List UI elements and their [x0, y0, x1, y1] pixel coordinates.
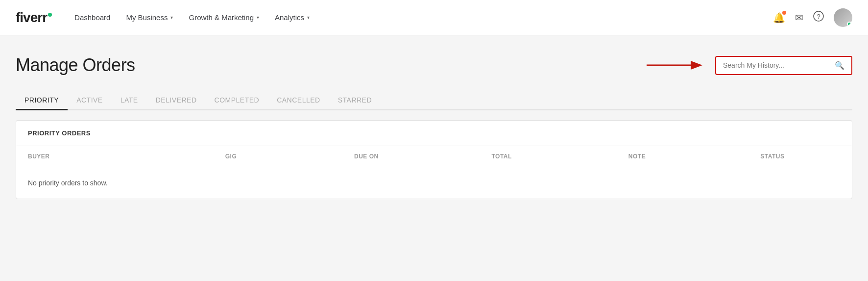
chevron-down-icon: ▾ [170, 15, 173, 20]
col-gig: GIG [163, 153, 298, 160]
table-header: BUYER GIG DUE ON TOTAL NOTE STATUS [16, 146, 852, 167]
chevron-down-icon: ▾ [307, 15, 310, 20]
messages-icon[interactable]: ✉ [795, 12, 803, 24]
avatar[interactable] [834, 8, 852, 27]
avatar-online-indicator [847, 22, 852, 26]
col-total: TOTAL [434, 153, 569, 160]
notification-dot [782, 11, 786, 15]
nav-my-business-label: My Business [126, 13, 168, 22]
help-icon[interactable]: ? [813, 11, 824, 24]
tabs: PRIORITY ACTIVE LATE DELIVERED COMPLETED… [16, 91, 852, 110]
notification-bell-icon[interactable]: 🔔 [773, 12, 785, 24]
search-icon: 🔍 [835, 61, 844, 70]
nav-my-business[interactable]: My Business ▾ [119, 9, 180, 26]
arrow-icon [647, 55, 705, 75]
logo[interactable]: fiverr [16, 10, 52, 26]
nav-dashboard-label: Dashboard [74, 13, 110, 22]
col-note: NOTE [569, 153, 704, 160]
chevron-down-icon: ▾ [257, 15, 259, 20]
tab-active[interactable]: ACTIVE [68, 91, 112, 110]
empty-message: No priority orders to show. [16, 167, 852, 199]
logo-dot [48, 13, 52, 17]
main-content: Manage Orders 🔍 PRIORIT [0, 35, 868, 215]
nav-analytics-label: Analytics [275, 13, 304, 22]
priority-orders-title: PRIORITY ORDERS [16, 121, 852, 146]
tab-completed[interactable]: COMPLETED [206, 91, 268, 110]
navbar: fiverr Dashboard My Business ▾ Growth & … [0, 0, 868, 35]
col-buyer: BUYER [28, 153, 163, 160]
nav-items: Dashboard My Business ▾ Growth & Marketi… [68, 9, 757, 26]
col-status: STATUS [705, 153, 840, 160]
tab-starred[interactable]: STARRED [329, 91, 381, 110]
nav-dashboard[interactable]: Dashboard [68, 9, 117, 26]
search-area: 🔍 [647, 55, 852, 75]
svg-text:?: ? [817, 13, 820, 20]
logo-text: fiverr [16, 10, 47, 26]
page-header: Manage Orders 🔍 [16, 55, 852, 76]
nav-right: 🔔 ✉ ? [773, 8, 852, 27]
search-box-wrapper: 🔍 [715, 56, 852, 75]
arrow-annotation [647, 55, 705, 75]
tab-cancelled[interactable]: CANCELLED [268, 91, 329, 110]
nav-growth-marketing-label: Growth & Marketing [189, 13, 254, 22]
nav-growth-marketing[interactable]: Growth & Marketing ▾ [182, 9, 266, 26]
col-due-on: DUE ON [299, 153, 434, 160]
priority-orders-section: PRIORITY ORDERS BUYER GIG DUE ON TOTAL N… [16, 120, 852, 199]
tab-priority[interactable]: PRIORITY [16, 91, 68, 110]
page-title: Manage Orders [16, 55, 135, 76]
nav-analytics[interactable]: Analytics ▾ [268, 9, 316, 26]
tab-late[interactable]: LATE [112, 91, 147, 110]
tab-delivered[interactable]: DELIVERED [147, 91, 206, 110]
search-input[interactable] [723, 61, 832, 69]
